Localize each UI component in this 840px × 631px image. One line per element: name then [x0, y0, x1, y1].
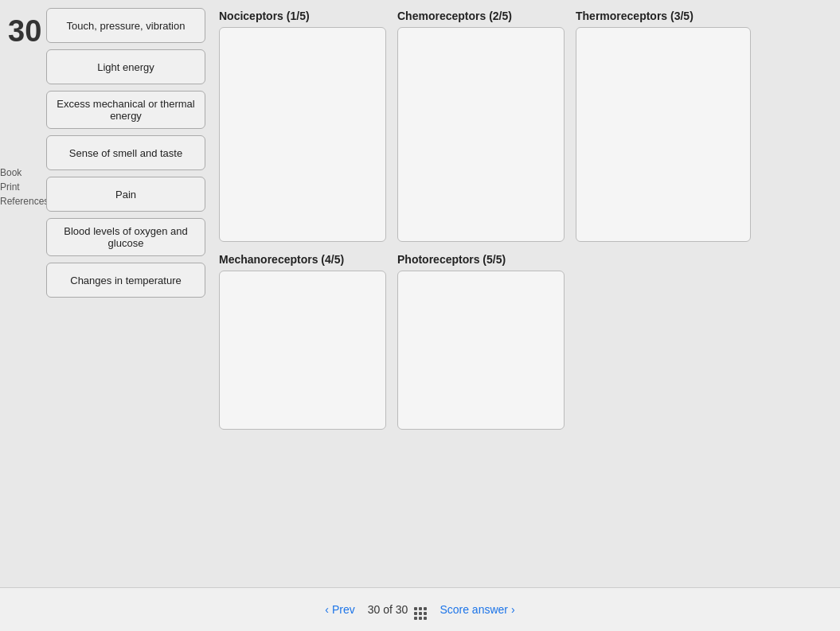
dropzone-nociceptors[interactable]: [219, 27, 386, 242]
score-answer-button[interactable]: Score answer ›: [440, 603, 514, 616]
page-info: 30 of 30: [368, 600, 428, 620]
drag-item-changes[interactable]: Changes in temperature: [46, 263, 205, 298]
dropzone-chemoreceptors[interactable]: [397, 27, 565, 242]
drag-item-pain[interactable]: Pain: [46, 177, 205, 212]
dropzone-mechanoreceptors[interactable]: [219, 271, 386, 430]
label-chemoreceptors: Chemoreceptors (2/5): [397, 6, 565, 22]
drag-item-blood[interactable]: Blood levels of oxygen and glucose: [46, 218, 205, 256]
bottom-nav: ‹ Prev 30 of 30 Score answer ›: [0, 587, 840, 631]
label-photoreceptors: Photoreceptors (5/5): [397, 250, 565, 266]
references-label[interactable]: References: [0, 196, 49, 207]
dropzone-photoreceptors[interactable]: [397, 271, 565, 430]
label-thermoreceptors: Thermoreceptors (3/5): [576, 6, 751, 22]
drag-item-smell[interactable]: Sense of smell and taste: [46, 135, 205, 170]
print-label[interactable]: Print: [0, 181, 49, 193]
prev-label: Prev: [332, 603, 355, 616]
drag-item-light[interactable]: Light energy: [46, 49, 205, 84]
label-nociceptors: Nociceptors (1/5): [219, 6, 386, 22]
drag-item-excess[interactable]: Excess mechanical or thermal energy: [46, 91, 205, 129]
drag-items-list: Touch, pressure, vibration Light energy …: [46, 8, 205, 298]
prev-button[interactable]: ‹ Prev: [325, 603, 354, 616]
grid-view-icon[interactable]: [414, 600, 427, 620]
next-chevron-icon: ›: [511, 603, 515, 616]
drag-item-touch[interactable]: Touch, pressure, vibration: [46, 8, 205, 43]
label-mechanoreceptors: Mechanoreceptors (4/5): [219, 250, 386, 266]
book-label[interactable]: Book: [0, 167, 49, 178]
dropzone-thermoreceptors[interactable]: [576, 27, 751, 242]
page-display-text: 30 of 30: [368, 603, 408, 616]
page-number: 30: [8, 14, 41, 49]
prev-chevron-icon: ‹: [325, 603, 329, 616]
drop-zone-area: Nociceptors (1/5) Chemoreceptors (2/5) T…: [219, 6, 834, 583]
score-label: Score answer: [440, 603, 508, 616]
